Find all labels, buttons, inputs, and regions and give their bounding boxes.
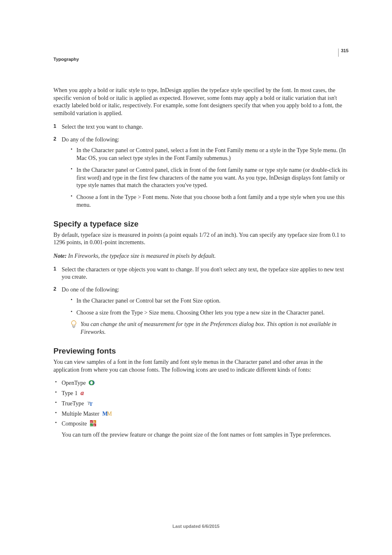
intro-paragraph: When you apply a bold or italic style to… — [53, 86, 348, 117]
tip-text: You can change the unit of measurement f… — [81, 321, 337, 335]
step-1: 1 Select the text you want to change. — [53, 123, 348, 131]
type1-icon: a — [81, 390, 87, 396]
composite-icon: a b c d — [90, 420, 97, 426]
step-text: Do one of the following: — [62, 286, 119, 293]
heading-previewing-fonts: Previewing fonts — [53, 347, 348, 356]
svg-text:d: d — [94, 424, 95, 426]
lightbulb-icon — [71, 320, 77, 328]
svg-text:c: c — [90, 424, 92, 426]
list-item: In the Character panel or Control panel,… — [71, 146, 348, 162]
size-paragraph: By default, typeface size is measured in… — [53, 231, 348, 246]
step-2-sublist: In the Character panel or Control panel,… — [62, 146, 348, 208]
step-text: Select the text you want to change. — [62, 123, 143, 130]
steps-apply-style: 1 Select the text you want to change. 2 … — [53, 123, 348, 209]
svg-text:T: T — [89, 401, 93, 406]
footer-last-updated: Last updated 6/6/2015 — [0, 524, 392, 529]
font-type-list: OpenType Type 1 a TrueType T T Multiple … — [53, 379, 348, 428]
svg-text:M: M — [107, 411, 112, 416]
list-item: Choose a size from the Type > Size menu.… — [71, 309, 348, 317]
list-item-truetype: TrueType T T — [53, 400, 348, 407]
list-item: In the Character panel or Control bar se… — [71, 297, 348, 305]
page: 315 Typography When you apply a bold or … — [0, 0, 392, 555]
em-points: points — [148, 231, 162, 238]
list-item-multiple-master: Multiple Master M M — [53, 410, 348, 418]
list-item-type1: Type 1 a — [53, 389, 348, 397]
svg-text:a: a — [81, 390, 84, 396]
label: OpenType — [62, 379, 87, 386]
step-2: 2 Do one of the following: In the Charac… — [53, 286, 348, 336]
step-marker: 1 — [53, 123, 56, 130]
text: By default, typeface size is measured in — [53, 231, 148, 238]
preview-paragraph: You can view samples of a font in the fo… — [53, 358, 348, 373]
step-marker: 2 — [53, 286, 56, 293]
list-item: Choose a font in the Type > Font menu. N… — [71, 193, 348, 208]
list-item-opentype: OpenType — [53, 379, 348, 387]
truetype-icon: T T — [87, 400, 94, 406]
note-label: Note: — [53, 252, 68, 259]
opentype-icon — [89, 380, 95, 386]
step-1: 1 Select the characters or type objects … — [53, 266, 348, 281]
step-2: 2 Do any of the following: In the Charac… — [53, 136, 348, 209]
multiple-master-icon: M M — [102, 411, 112, 416]
step-text: Do any of the following: — [62, 136, 119, 143]
step-marker: 1 — [53, 266, 56, 273]
heading-typeface-size: Specify a typeface size — [53, 220, 348, 229]
list-item-composite: Composite a b c d — [53, 420, 348, 428]
note-text: In Fireworks, the typeface size is measu… — [68, 252, 216, 259]
note-line: Note: In Fireworks, the typeface size is… — [53, 252, 348, 260]
section-header: Typography — [53, 57, 348, 62]
preview-paragraph-2: You can turn off the preview feature or … — [62, 431, 348, 439]
svg-point-0 — [71, 321, 76, 325]
step-text: Select the characters or type objects yo… — [62, 266, 344, 280]
steps-size: 1 Select the characters or type objects … — [53, 266, 348, 336]
label: Multiple Master — [62, 410, 101, 417]
label: Type 1 — [62, 390, 79, 396]
step-2-sublist: In the Character panel or Control bar se… — [62, 297, 348, 316]
label: Composite — [62, 420, 88, 427]
tip: You can change the unit of measurement f… — [71, 320, 348, 335]
step-marker: 2 — [53, 136, 56, 143]
label: TrueType — [62, 400, 85, 407]
page-number: 315 — [338, 49, 348, 57]
list-item: In the Character panel or Control panel,… — [71, 166, 348, 189]
